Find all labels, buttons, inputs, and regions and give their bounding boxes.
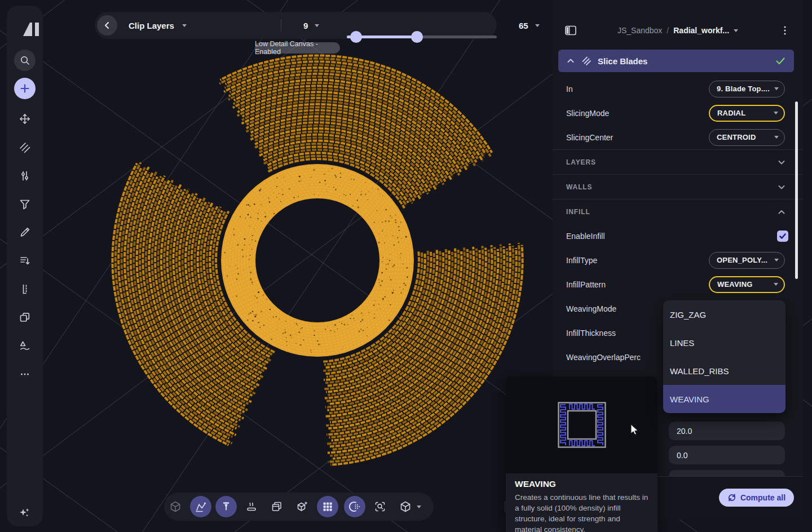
crescent-dots-icon (348, 500, 361, 513)
clip-start-selector[interactable]: 9 (303, 12, 319, 39)
mouse-cursor (630, 424, 642, 437)
breadcrumb: JS_Sandbox / Radial_workf... (553, 19, 803, 42)
weaving-overlap-input[interactable]: 0.0 (669, 446, 785, 464)
refresh-icon (727, 493, 736, 502)
toolpath-view-button[interactable] (190, 496, 211, 517)
menu-option-walled-ribs[interactable]: WALLED_RIBS (663, 357, 785, 385)
toolbar-divider (281, 19, 281, 32)
breadcrumb-current[interactable]: Radial_workf... (673, 26, 729, 35)
grid-view-button[interactable] (317, 496, 338, 517)
chevron-down-icon (774, 259, 779, 261)
slider-handle-low[interactable] (350, 31, 362, 43)
duplicate-tool-button[interactable] (14, 307, 36, 328)
param-label: SlicingCenter (566, 133, 613, 142)
duplicate-icon (19, 311, 31, 323)
param-value: CENTROID (717, 133, 774, 141)
node-header[interactable]: Slice Blades (558, 50, 794, 72)
ai-sparkles-icon (18, 507, 32, 520)
in-dropdown[interactable]: 9. Blade Top.... (709, 81, 785, 97)
chevron-down-icon (535, 24, 540, 27)
chevron-down-icon[interactable] (734, 29, 738, 32)
move-tool-button[interactable] (14, 108, 36, 130)
chevron-down-icon (774, 87, 779, 90)
panel-menu-button[interactable] (778, 24, 792, 39)
param-label: SlicingMode (566, 109, 609, 118)
scan-search-icon (374, 500, 386, 513)
add-button[interactable] (14, 78, 36, 99)
nozzle-view-button[interactable] (215, 496, 237, 517)
panel-scrollbar[interactable] (795, 101, 798, 279)
tooltip-description: Creates a continuous line that results i… (515, 492, 648, 532)
adjust-tool-button[interactable] (14, 165, 36, 187)
more-tools-button[interactable] (14, 363, 36, 385)
filter-icon (19, 198, 31, 210)
cube-view-button[interactable] (165, 496, 186, 517)
cube-icon (169, 500, 182, 513)
clip-layers-mode[interactable]: Clip Layers (129, 12, 187, 39)
clip-end-selector[interactable]: 65 (519, 12, 540, 39)
slider-handle-high[interactable] (411, 31, 423, 43)
slice-tool-button[interactable] (14, 137, 36, 158)
compute-all-button[interactable]: Compute all (719, 489, 794, 507)
search-button[interactable] (14, 50, 36, 71)
breadcrumb-separator: / (667, 26, 669, 35)
clip-range-slider[interactable] (347, 36, 497, 38)
measure-tool-button[interactable] (14, 278, 36, 300)
enable-infill-checkbox[interactable] (777, 230, 788, 242)
param-value: OPEN_POLY... (717, 256, 774, 264)
chevron-up-icon[interactable] (566, 56, 575, 65)
filter-tool-button[interactable] (14, 193, 36, 215)
cube-layers-button[interactable] (266, 496, 288, 517)
param-value: 9. Blade Top.... (717, 85, 774, 93)
move-icon (19, 113, 31, 125)
menu-option-weaving[interactable]: WEAVING (663, 385, 785, 413)
menu-option-zigzag[interactable]: ZIG_ZAG (663, 300, 785, 329)
left-sidebar (7, 6, 43, 526)
chevron-down-icon (182, 24, 187, 27)
grid-icon (321, 500, 334, 513)
param-value: WEAVING (717, 280, 774, 289)
heated-bed-button[interactable] (241, 496, 262, 517)
param-value: RADIAL (717, 109, 774, 117)
slicing-mode-dropdown[interactable]: RADIAL (709, 105, 785, 122)
param-label: WeavingMode (566, 304, 616, 313)
section-walls[interactable]: WALLS (553, 174, 803, 199)
check-icon (775, 55, 786, 66)
search-icon (19, 54, 31, 66)
infill-type-dropdown[interactable]: OPEN_POLY... (709, 252, 785, 269)
chevron-left-icon (102, 20, 113, 31)
param-row: InfillPattern WEAVING (553, 272, 803, 296)
toolpath-tool-button[interactable] (14, 335, 36, 356)
breadcrumb-root[interactable]: JS_Sandbox (617, 26, 662, 35)
section-infill[interactable]: INFILL (553, 199, 803, 224)
section-label: INFILL (566, 208, 590, 216)
sort-tool-button[interactable] (14, 250, 36, 271)
infill-thickness-input[interactable]: 20.0 (669, 422, 785, 440)
param-label: EnableInfill (566, 232, 605, 241)
cube-layers-icon (271, 500, 283, 513)
crescent-dots-button[interactable] (344, 496, 365, 517)
toolbar-divider (505, 501, 505, 512)
back-button[interactable] (97, 15, 117, 36)
param-row: InfillType OPEN_POLY... (553, 248, 803, 272)
param-label: InfillPattern (566, 280, 606, 289)
scan-search-button[interactable] (369, 496, 391, 517)
param-row: SlicingCenter CENTROID (553, 125, 803, 149)
cube-display-button[interactable] (395, 496, 416, 517)
chevron-down-icon (777, 183, 786, 192)
sort-icon (19, 254, 31, 267)
bottom-toolbar (164, 493, 434, 521)
check-icon (779, 232, 787, 240)
menu-option-lines[interactable]: LINES (663, 329, 785, 357)
app-logo-icon (23, 21, 41, 37)
ai-assistant-button[interactable] (14, 503, 36, 524)
section-layers[interactable]: LAYERS (553, 149, 803, 174)
node-title: Slice Blades (598, 56, 769, 66)
edit-tool-button[interactable] (14, 221, 36, 243)
infill-pattern-dropdown[interactable]: WEAVING (709, 276, 785, 293)
cube-star-button[interactable] (292, 496, 313, 517)
chevron-down-icon (777, 158, 786, 167)
section-label: WALLS (566, 183, 593, 191)
slicing-center-dropdown[interactable]: CENTROID (709, 129, 785, 146)
chevron-down-icon[interactable] (417, 506, 421, 508)
